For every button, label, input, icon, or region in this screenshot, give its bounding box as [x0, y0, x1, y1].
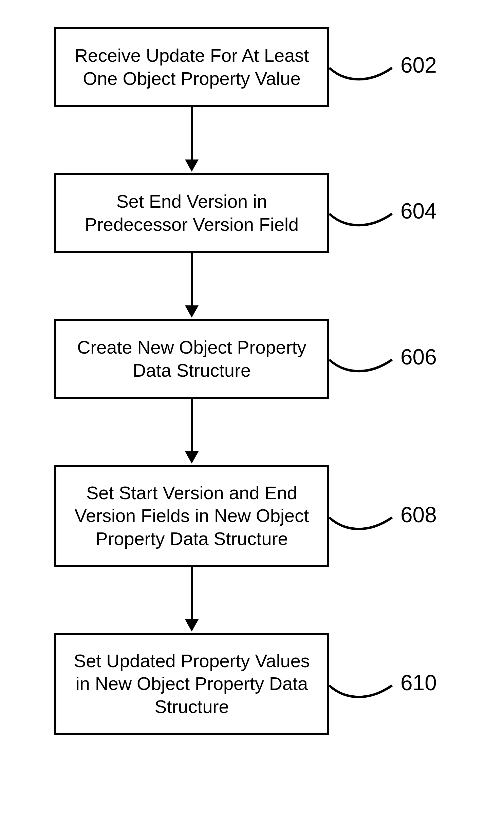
- leader-line-icon: [329, 202, 397, 232]
- flowchart-step-label: Create New Object Property Data Structur…: [67, 336, 317, 382]
- flowchart-step-602: Receive Update For At Least One Object P…: [54, 27, 329, 107]
- reference-number: 608: [400, 502, 437, 527]
- arrow-head-icon: [185, 451, 199, 464]
- flowchart-step-label: Set Start Version and End Version Fields…: [67, 482, 317, 550]
- flowchart-step-606: Create New Object Property Data Structur…: [54, 319, 329, 399]
- arrow-icon: [191, 567, 193, 621]
- arrow-head-icon: [185, 159, 199, 172]
- flowchart-step-label: Receive Update For At Least One Object P…: [67, 44, 317, 90]
- flowchart-step-604: Set End Version in Predecessor Version F…: [54, 173, 329, 253]
- flowchart-step-label: Set End Version in Predecessor Version F…: [67, 190, 317, 236]
- reference-number: 604: [400, 199, 437, 224]
- flowchart-canvas: Receive Update For At Least One Object P…: [0, 0, 504, 827]
- arrow-head-icon: [185, 305, 199, 318]
- reference-number: 602: [400, 53, 437, 78]
- flowchart-step-610: Set Updated Property Values in New Objec…: [54, 633, 329, 735]
- leader-line-icon: [329, 348, 397, 378]
- arrow-head-icon: [185, 619, 199, 632]
- leader-line-icon: [329, 674, 397, 704]
- arrow-icon: [191, 107, 193, 161]
- reference-number: 606: [400, 344, 437, 370]
- reference-number: 610: [400, 670, 437, 695]
- flowchart-step-label: Set Updated Property Values in New Objec…: [67, 650, 317, 718]
- arrow-icon: [191, 399, 193, 453]
- arrow-icon: [191, 253, 193, 307]
- leader-line-icon: [329, 506, 397, 536]
- flowchart-step-608: Set Start Version and End Version Fields…: [54, 465, 329, 567]
- leader-line-icon: [329, 56, 397, 87]
